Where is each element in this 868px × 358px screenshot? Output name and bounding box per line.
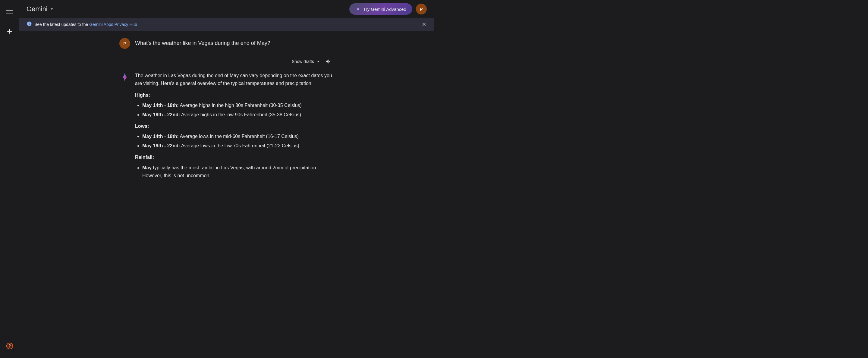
notification-banner: See the latest updates to the Gemini App… bbox=[19, 18, 434, 31]
notification-left: See the latest updates to the Gemini App… bbox=[27, 21, 137, 28]
list-item: May 19th - 22nd: Average lows in the low… bbox=[142, 142, 334, 150]
header-left: Gemini bbox=[27, 5, 55, 13]
highs-list: May 14th - 18th: Average highs in the hi… bbox=[135, 102, 334, 119]
rainfall-list: May typically has the most rainfall in L… bbox=[135, 164, 334, 179]
ai-response-row: The weather in Las Vegas during the end … bbox=[119, 72, 334, 179]
header: Gemini Try Gemini Advanced P bbox=[19, 0, 434, 18]
notification-text: See the latest updates to the Gemini App… bbox=[34, 22, 137, 27]
header-right: Try Gemini Advanced P bbox=[349, 3, 427, 15]
close-notification-button[interactable] bbox=[421, 22, 427, 27]
chat-container: P What's the weather like in Vegas durin… bbox=[112, 38, 341, 179]
user-avatar-header[interactable]: P bbox=[416, 4, 427, 14]
user-message-text: What's the weather like in Vegas during … bbox=[135, 38, 270, 47]
highs-heading: Highs: bbox=[135, 91, 334, 99]
show-drafts-label: Show drafts bbox=[292, 59, 314, 64]
lows-heading: Lows: bbox=[135, 122, 334, 130]
chevron-down-icon[interactable] bbox=[49, 6, 55, 12]
show-drafts-button[interactable]: Show drafts bbox=[292, 59, 321, 64]
privacy-hub-link[interactable]: Gemini Apps Privacy Hub bbox=[89, 22, 137, 27]
response-intro: The weather in Las Vegas during the end … bbox=[135, 72, 334, 88]
chat-content: P What's the weather like in Vegas durin… bbox=[19, 31, 434, 179]
list-item: May typically has the most rainfall in L… bbox=[142, 164, 334, 179]
list-item: May 14th - 18th: Average lows in the mid… bbox=[142, 133, 334, 140]
main-content: Gemini Try Gemini Advanced P bbox=[19, 0, 434, 179]
list-item: May 14th - 18th: Average highs in the hi… bbox=[142, 102, 334, 109]
rainfall-heading: Rainfall: bbox=[135, 153, 334, 161]
lows-list: May 14th - 18th: Average lows in the mid… bbox=[135, 133, 334, 150]
user-message-row: P What's the weather like in Vegas durin… bbox=[119, 38, 334, 49]
app-title: Gemini bbox=[27, 5, 48, 13]
new-chat-button[interactable] bbox=[2, 24, 17, 39]
try-advanced-button[interactable]: Try Gemini Advanced bbox=[349, 3, 412, 15]
svg-rect-2 bbox=[6, 13, 13, 14]
response-controls: Show drafts bbox=[119, 56, 334, 67]
menu-button[interactable] bbox=[2, 5, 17, 19]
user-avatar-chat: P bbox=[119, 38, 130, 49]
svg-rect-1 bbox=[6, 12, 13, 12]
svg-rect-0 bbox=[6, 10, 13, 10]
speaker-button[interactable] bbox=[323, 56, 334, 67]
try-advanced-label: Try Gemini Advanced bbox=[363, 7, 406, 12]
sparkle-icon bbox=[355, 6, 361, 12]
info-icon bbox=[27, 21, 32, 28]
gemini-avatar bbox=[119, 72, 130, 83]
ai-response-content: The weather in Las Vegas during the end … bbox=[135, 72, 334, 179]
sidebar: ? bbox=[0, 0, 19, 179]
list-item: May 19th - 22nd: Average highs in the lo… bbox=[142, 111, 334, 119]
